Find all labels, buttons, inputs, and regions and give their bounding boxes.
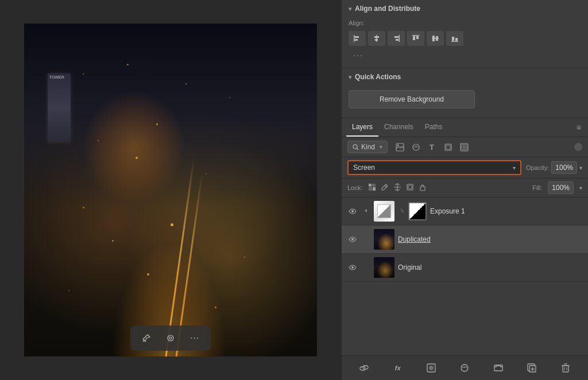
more-tool-button[interactable]: ··· (185, 329, 204, 347)
lock-row: Lock: (342, 179, 588, 197)
svg-rect-11 (396, 39, 399, 41)
svg-point-40 (351, 238, 354, 241)
svg-rect-16 (432, 36, 435, 41)
lock-icons (368, 183, 427, 193)
layer-thumbnail-original (374, 257, 394, 278)
filter-image-button[interactable] (393, 141, 406, 153)
remove-background-button[interactable]: Remove Background (349, 90, 475, 108)
filter-adjustment-button[interactable] (409, 141, 422, 153)
fill-chevron-icon[interactable]: ▾ (579, 185, 582, 191)
svg-rect-7 (374, 36, 379, 38)
svg-point-1 (168, 335, 173, 341)
mask-link-icon (398, 208, 405, 215)
group-layers-button[interactable] (491, 360, 506, 375)
layer-thumbnail-duplicated (374, 229, 394, 250)
svg-point-21 (353, 145, 357, 149)
opacity-input[interactable]: 100% (551, 161, 577, 174)
filter-toggle[interactable] (574, 143, 582, 151)
canvas-image[interactable]: TOWER (24, 24, 317, 356)
more-icon: ··· (190, 333, 199, 343)
svg-rect-19 (452, 37, 454, 41)
svg-rect-32 (372, 184, 376, 187)
layers-menu-icon[interactable]: ≡ (577, 123, 581, 132)
quick-actions-title: Quick Actions (355, 73, 401, 81)
layer-item-exposure[interactable]: Exposure 1 (342, 197, 588, 226)
align-top-button[interactable] (407, 31, 424, 46)
new-adjustment-button[interactable] (457, 360, 472, 375)
layer-visibility-duplicated[interactable] (347, 234, 358, 245)
svg-point-24 (397, 144, 399, 146)
align-more-button[interactable]: ··· (349, 49, 581, 61)
add-effect-button[interactable]: fx (390, 360, 405, 375)
svg-rect-6 (376, 35, 377, 42)
svg-rect-13 (413, 36, 415, 40)
blend-mode-value: Screen (353, 164, 375, 172)
city-lights: TOWER (24, 24, 317, 356)
layer-name-exposure: Exposure 1 (430, 207, 582, 215)
filter-text-button[interactable]: T (425, 141, 438, 153)
layer-item-original[interactable]: Original (342, 254, 588, 282)
lock-position-button[interactable] (393, 183, 401, 193)
align-center-h-button[interactable] (368, 31, 385, 46)
svg-rect-33 (369, 187, 372, 191)
svg-rect-31 (369, 184, 372, 187)
link-layers-button[interactable] (357, 360, 372, 375)
opacity-label: Opacity: (526, 164, 549, 171)
svg-rect-34 (373, 187, 376, 191)
svg-rect-4 (355, 36, 359, 38)
lock-pixels-button[interactable] (368, 183, 376, 193)
lock-art-button[interactable] (381, 183, 389, 193)
opacity-chevron-icon[interactable]: ▾ (579, 165, 582, 171)
svg-rect-20 (455, 38, 458, 41)
delete-layer-button[interactable] (558, 360, 573, 375)
svg-rect-38 (420, 187, 425, 191)
align-bottom-button[interactable] (446, 31, 463, 46)
tab-layers[interactable]: Layers (346, 118, 378, 137)
add-mask-button[interactable] (424, 360, 439, 375)
align-distribute-header[interactable]: ▾ Align and Distribute (342, 0, 588, 17)
filter-smart-button[interactable] (458, 141, 470, 153)
lock-all-button[interactable] (419, 183, 427, 193)
layer-item-duplicated[interactable]: Duplicated (342, 226, 588, 254)
align-center-v-button[interactable] (427, 31, 444, 46)
new-layer-button[interactable] (524, 360, 539, 375)
fx-icon: fx (395, 365, 401, 371)
align-section-body: Align: (342, 17, 588, 68)
svg-rect-8 (375, 39, 378, 41)
filter-icons: T (393, 141, 470, 153)
pin-tool-button[interactable] (137, 329, 156, 347)
layer-thumbnail-exposure (374, 201, 394, 222)
lock-label: Lock: (347, 184, 362, 191)
layers-bottom-toolbar: fx (342, 355, 588, 380)
align-left-button[interactable] (349, 31, 366, 46)
text-filter-icon: T (430, 143, 434, 152)
layer-visibility-exposure[interactable] (347, 206, 358, 216)
svg-rect-3 (354, 35, 355, 42)
filter-shape-button[interactable] (442, 141, 454, 153)
kind-dropdown-icon: ▾ (380, 144, 382, 150)
layers-list: Exposure 1 Duplicated (342, 197, 588, 355)
search-icon (353, 144, 359, 150)
align-buttons-row (349, 31, 581, 46)
tab-paths[interactable]: Paths (419, 118, 448, 137)
fill-input[interactable]: 100% (548, 181, 574, 194)
align-right-button[interactable] (388, 31, 405, 46)
svg-rect-27 (446, 145, 450, 149)
right-panel: ▾ Align and Distribute Align: (341, 0, 588, 380)
kind-filter-select[interactable]: Kind ▾ (347, 141, 388, 153)
quick-actions-header[interactable]: ▾ Quick Actions (342, 68, 588, 86)
svg-rect-18 (451, 41, 458, 42)
svg-line-22 (357, 148, 359, 150)
tab-channels[interactable]: Channels (378, 118, 419, 137)
blend-mode-select[interactable]: Screen ▾ (347, 160, 521, 175)
svg-rect-17 (436, 36, 438, 41)
svg-point-2 (169, 337, 172, 339)
svg-rect-37 (408, 185, 412, 189)
lock-artboard-button[interactable] (406, 183, 414, 193)
target-tool-button[interactable] (161, 329, 180, 347)
canvas-wrapper: TOWER (24, 24, 317, 356)
align-distribute-title: Align and Distribute (355, 5, 420, 13)
layer-visibility-original[interactable] (347, 262, 358, 273)
quick-actions-body: Remove Background (342, 86, 588, 118)
layer-name-original: Original (398, 263, 582, 272)
